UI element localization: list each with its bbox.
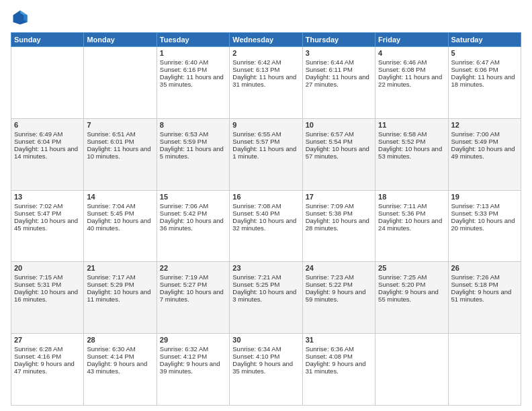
sunrise-text: Sunrise: 7:15 AM [14, 273, 81, 281]
sunrise-text: Sunrise: 7:23 AM [306, 273, 372, 281]
sunset-text: Sunset: 5:59 PM [160, 138, 226, 145]
day-number: 7 [87, 121, 153, 129]
sunset-text: Sunset: 5:27 PM [160, 281, 226, 288]
sunrise-text: Sunrise: 6:40 AM [160, 58, 226, 66]
calendar-day-cell: 25Sunrise: 7:25 AMSunset: 5:20 PMDayligh… [375, 262, 448, 334]
daylight-text: Daylight: 10 hours and 7 minutes. [160, 288, 226, 303]
daylight-text: Daylight: 10 hours and 53 minutes. [378, 145, 445, 160]
sunrise-text: Sunrise: 7:26 AM [451, 273, 518, 281]
daylight-text: Daylight: 10 hours and 16 minutes. [14, 288, 81, 303]
calendar-week-row: 1Sunrise: 6:40 AMSunset: 6:16 PMDaylight… [11, 47, 521, 119]
weekday-header-tuesday: Tuesday [157, 33, 229, 47]
sunrise-text: Sunrise: 7:25 AM [378, 273, 445, 281]
daylight-text: Daylight: 9 hours and 59 minutes. [306, 288, 372, 303]
daylight-text: Daylight: 11 hours and 27 minutes. [306, 73, 372, 88]
day-number: 9 [232, 121, 299, 129]
day-number: 6 [14, 121, 81, 129]
sunset-text: Sunset: 5:42 PM [160, 210, 226, 217]
day-number: 12 [451, 121, 518, 129]
sunrise-text: Sunrise: 6:53 AM [160, 130, 226, 138]
sunset-text: Sunset: 5:57 PM [232, 138, 299, 145]
sunset-text: Sunset: 6:06 PM [451, 66, 518, 73]
day-number: 25 [378, 264, 445, 272]
day-number: 20 [14, 264, 81, 272]
calendar-day-cell: 5Sunrise: 6:47 AMSunset: 6:06 PMDaylight… [448, 47, 521, 119]
logo [11, 8, 32, 27]
sunrise-text: Sunrise: 6:58 AM [378, 130, 445, 138]
sunrise-text: Sunrise: 6:46 AM [378, 58, 445, 66]
sunrise-text: Sunrise: 6:44 AM [306, 58, 372, 66]
day-number: 4 [378, 49, 445, 57]
calendar-day-cell: 3Sunrise: 6:44 AMSunset: 6:11 PMDaylight… [302, 47, 375, 119]
daylight-text: Daylight: 11 hours and 22 minutes. [378, 73, 445, 88]
calendar-day-cell: 16Sunrise: 7:08 AMSunset: 5:40 PMDayligh… [230, 190, 302, 262]
calendar-day-cell [11, 47, 84, 119]
daylight-text: Daylight: 10 hours and 32 minutes. [232, 217, 299, 232]
calendar-day-cell: 15Sunrise: 7:06 AMSunset: 5:42 PMDayligh… [157, 190, 229, 262]
sunrise-text: Sunrise: 6:42 AM [232, 58, 299, 66]
page: SundayMondayTuesdayWednesdayThursdayFrid… [0, 0, 532, 411]
daylight-text: Daylight: 9 hours and 55 minutes. [378, 288, 445, 303]
day-number: 26 [451, 264, 518, 272]
calendar-day-cell: 22Sunrise: 7:19 AMSunset: 5:27 PMDayligh… [157, 262, 229, 334]
day-number: 1 [160, 49, 226, 57]
sunset-text: Sunset: 4:08 PM [306, 353, 372, 360]
daylight-text: Daylight: 9 hours and 31 minutes. [306, 360, 372, 375]
sunset-text: Sunset: 5:52 PM [378, 138, 445, 145]
sunset-text: Sunset: 6:11 PM [306, 66, 372, 73]
sunset-text: Sunset: 5:45 PM [87, 210, 153, 217]
sunset-text: Sunset: 5:47 PM [14, 210, 81, 217]
sunrise-text: Sunrise: 7:04 AM [87, 202, 153, 210]
calendar-day-cell: 18Sunrise: 7:11 AMSunset: 5:36 PMDayligh… [375, 190, 448, 262]
calendar-day-cell: 24Sunrise: 7:23 AMSunset: 5:22 PMDayligh… [302, 262, 375, 334]
daylight-text: Daylight: 11 hours and 10 minutes. [87, 145, 153, 160]
weekday-header-sunday: Sunday [11, 33, 84, 47]
calendar-week-row: 20Sunrise: 7:15 AMSunset: 5:31 PMDayligh… [11, 262, 521, 334]
sunset-text: Sunset: 5:31 PM [14, 281, 81, 288]
day-number: 16 [232, 193, 299, 201]
sunset-text: Sunset: 5:36 PM [378, 210, 445, 217]
day-number: 24 [306, 264, 372, 272]
day-number: 10 [306, 121, 372, 129]
calendar-day-cell: 2Sunrise: 6:42 AMSunset: 6:13 PMDaylight… [230, 47, 302, 119]
weekday-header-friday: Friday [375, 33, 448, 47]
daylight-text: Daylight: 10 hours and 45 minutes. [14, 217, 81, 232]
sunset-text: Sunset: 5:33 PM [451, 210, 518, 217]
sunset-text: Sunset: 5:29 PM [87, 281, 153, 288]
sunrise-text: Sunrise: 7:21 AM [232, 273, 299, 281]
calendar-day-cell: 8Sunrise: 6:53 AMSunset: 5:59 PMDaylight… [157, 118, 229, 190]
day-number: 30 [232, 336, 299, 344]
day-number: 14 [87, 193, 153, 201]
calendar-week-row: 13Sunrise: 7:02 AMSunset: 5:47 PMDayligh… [11, 190, 521, 262]
calendar-day-cell: 13Sunrise: 7:02 AMSunset: 5:47 PMDayligh… [11, 190, 84, 262]
daylight-text: Daylight: 9 hours and 43 minutes. [87, 360, 153, 375]
sunrise-text: Sunrise: 7:09 AM [306, 202, 372, 210]
day-number: 2 [232, 49, 299, 57]
day-number: 11 [378, 121, 445, 129]
sunset-text: Sunset: 5:38 PM [306, 210, 372, 217]
sunset-text: Sunset: 5:18 PM [451, 281, 518, 288]
sunrise-text: Sunrise: 6:47 AM [451, 58, 518, 66]
sunset-text: Sunset: 4:10 PM [232, 353, 299, 360]
daylight-text: Daylight: 11 hours and 18 minutes. [451, 73, 518, 88]
calendar-day-cell: 7Sunrise: 6:51 AMSunset: 6:01 PMDaylight… [84, 118, 157, 190]
calendar-day-cell: 9Sunrise: 6:55 AMSunset: 5:57 PMDaylight… [230, 118, 302, 190]
sunset-text: Sunset: 6:08 PM [378, 66, 445, 73]
calendar-day-cell [84, 47, 157, 119]
sunrise-text: Sunrise: 7:19 AM [160, 273, 226, 281]
sunrise-text: Sunrise: 6:49 AM [14, 130, 81, 138]
calendar-day-cell: 17Sunrise: 7:09 AMSunset: 5:38 PMDayligh… [302, 190, 375, 262]
calendar-day-cell: 14Sunrise: 7:04 AMSunset: 5:45 PMDayligh… [84, 190, 157, 262]
calendar-day-cell [375, 334, 448, 406]
daylight-text: Daylight: 9 hours and 39 minutes. [160, 360, 226, 375]
calendar-day-cell: 11Sunrise: 6:58 AMSunset: 5:52 PMDayligh… [375, 118, 448, 190]
sunrise-text: Sunrise: 6:28 AM [14, 345, 81, 353]
daylight-text: Daylight: 10 hours and 57 minutes. [306, 145, 372, 160]
calendar-day-cell: 4Sunrise: 6:46 AMSunset: 6:08 PMDaylight… [375, 47, 448, 119]
calendar-day-cell: 20Sunrise: 7:15 AMSunset: 5:31 PMDayligh… [11, 262, 84, 334]
sunset-text: Sunset: 5:20 PM [378, 281, 445, 288]
sunset-text: Sunset: 4:12 PM [160, 353, 226, 360]
daylight-text: Daylight: 10 hours and 24 minutes. [378, 217, 445, 232]
daylight-text: Daylight: 10 hours and 3 minutes. [232, 288, 299, 303]
sunrise-text: Sunrise: 6:30 AM [87, 345, 153, 353]
